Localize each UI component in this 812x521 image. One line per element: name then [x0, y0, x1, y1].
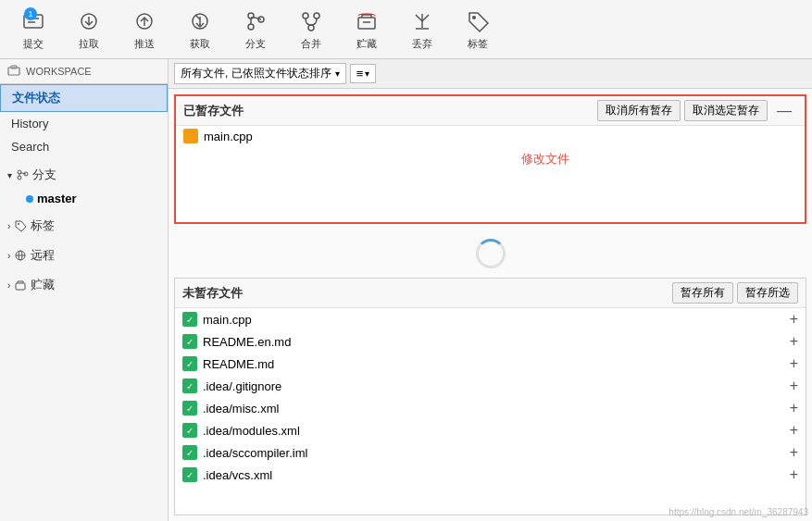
staged-panel: 已暂存文件 取消所有暂存 取消选定暂存 — main.cpp 修改文件 — [174, 94, 806, 224]
unstaged-file-row-left: ✓ .idea/.gitignore — [182, 378, 281, 393]
add-file-button[interactable]: + — [790, 400, 798, 416]
pull-icon — [76, 8, 102, 34]
merge-icon — [298, 8, 324, 34]
stash-icon — [354, 8, 380, 34]
add-file-button[interactable]: + — [790, 378, 798, 394]
unstaged-file-row[interactable]: ✓ .idea/misc.xml + — [175, 397, 806, 419]
stash-button[interactable]: 贮藏 — [341, 6, 393, 54]
filter-bar: 所有文件, 已依照文件状态排序 ▾ ≡ ▾ — [169, 59, 812, 89]
push-label: 推送 — [134, 37, 155, 51]
push-icon — [131, 8, 157, 34]
add-file-button[interactable]: + — [790, 422, 798, 439]
tag-icon — [465, 8, 491, 34]
push-button[interactable]: 推送 — [119, 6, 170, 54]
add-file-button[interactable]: + — [790, 311, 798, 328]
staged-panel-actions: 取消所有暂存 取消选定暂存 — — [597, 100, 797, 121]
tags-sidebar-icon — [14, 219, 27, 232]
history-label: History — [11, 117, 48, 130]
file-green-icon: ✓ — [182, 401, 197, 416]
main-area: WORKSPACE 文件状态 History Search ▾ 分支 — [0, 59, 812, 521]
chevron-down-icon: ▾ — [7, 170, 12, 180]
unstaged-file-row[interactable]: ✓ .idea/modules.xml + — [175, 419, 806, 441]
unstaged-file-name: .idea/misc.xml — [203, 402, 279, 416]
sidebar-group-remote-header[interactable]: › 远程 — [0, 242, 168, 268]
merge-button[interactable]: 合并 — [285, 6, 337, 54]
file-green-icon: ✓ — [182, 334, 197, 349]
unstaged-file-row[interactable]: ✓ main.cpp + — [175, 308, 806, 330]
unstaged-file-row-left: ✓ .idea/modules.xml — [182, 423, 300, 438]
unstaged-file-row-left: ✓ README.md — [182, 356, 274, 371]
unstaged-file-row[interactable]: ✓ .idea/vcs.xml + — [175, 464, 806, 486]
sidebar-group-branch-header[interactable]: ▾ 分支 — [0, 162, 168, 188]
stash-sidebar-icon — [14, 279, 27, 292]
chevron-down-icon: ▾ — [335, 68, 340, 79]
pull-button[interactable]: 拉取 — [63, 6, 115, 54]
unstaged-file-row[interactable]: ✓ .idea/sccompiler.iml + — [175, 441, 806, 464]
unstaged-file-row-left: ✓ .idea/sccompiler.iml — [182, 445, 307, 460]
panels-wrapper: 已暂存文件 取消所有暂存 取消选定暂存 — main.cpp 修改文件 — [169, 89, 812, 521]
remote-group-label: 远程 — [31, 247, 55, 264]
sidebar-item-file-status[interactable]: 文件状态 — [0, 84, 168, 112]
add-file-button[interactable]: + — [790, 444, 798, 461]
branch-icon — [243, 8, 269, 34]
stash-group-label: 贮藏 — [31, 277, 55, 293]
sidebar-group-tags: › 标签 — [0, 213, 168, 239]
branch-master-label: master — [37, 192, 77, 205]
sidebar-branch-master[interactable]: master — [0, 188, 168, 209]
filter-select[interactable]: 所有文件, 已依照文件状态排序 ▾ — [174, 63, 346, 84]
toolbar: 1 提交 拉取 推送 获取 — [0, 0, 812, 59]
file-green-icon: ✓ — [182, 445, 197, 460]
modify-label: 修改文件 — [521, 151, 569, 167]
staged-file-item-0[interactable]: main.cpp — [176, 126, 805, 146]
workspace-icon — [7, 65, 20, 78]
sidebar-item-history[interactable]: History — [0, 112, 168, 135]
workspace-header: WORKSPACE — [0, 59, 168, 84]
workspace-label: WORKSPACE — [26, 66, 92, 77]
discard-button[interactable]: 丢弃 — [396, 6, 448, 54]
commit-label: 提交 — [23, 37, 44, 51]
sidebar-item-search[interactable]: Search — [0, 135, 168, 158]
cancel-all-staged-button[interactable]: 取消所有暂存 — [597, 100, 681, 121]
list-icon: ≡ — [356, 67, 364, 81]
sidebar-group-tags-header[interactable]: › 标签 — [0, 213, 168, 239]
cancel-selected-staged-button[interactable]: 取消选定暂存 — [684, 100, 768, 121]
file-green-icon: ✓ — [182, 378, 197, 393]
file-green-icon: ✓ — [182, 423, 197, 438]
commit-button[interactable]: 1 提交 — [7, 6, 59, 54]
branch-button[interactable]: 分支 — [230, 6, 281, 54]
branch-group-label: 分支 — [32, 167, 56, 183]
file-status-label: 文件状态 — [12, 91, 60, 105]
unstaged-file-row[interactable]: ✓ .idea/.gitignore + — [175, 375, 806, 397]
unstaged-file-name: .idea/modules.xml — [203, 424, 300, 438]
sidebar: WORKSPACE 文件状态 History Search ▾ 分支 — [0, 59, 169, 521]
svg-point-13 — [303, 13, 308, 19]
sidebar-group-stash-header[interactable]: › 贮藏 — [0, 272, 168, 298]
fetch-label: 获取 — [190, 37, 210, 51]
tag-button[interactable]: 标签 — [452, 6, 504, 54]
unstaged-file-row[interactable]: ✓ README.md + — [175, 353, 806, 375]
sidebar-group-branch: ▾ 分支 master — [0, 162, 168, 209]
chevron-right-icon2: › — [7, 251, 10, 261]
file-modified-icon — [183, 129, 198, 143]
fetch-button[interactable]: 获取 — [174, 6, 226, 54]
svg-rect-31 — [16, 283, 25, 290]
merge-label: 合并 — [301, 37, 321, 51]
view-options-button[interactable]: ≡ ▾ — [350, 64, 377, 83]
svg-point-24 — [18, 176, 21, 180]
add-file-button[interactable]: + — [790, 355, 798, 372]
loading-spinner-wrapper — [169, 229, 812, 278]
filter-label: 所有文件, 已依照文件状态排序 — [181, 66, 331, 81]
unstaged-file-row[interactable]: ✓ README.en.md + — [175, 330, 806, 353]
pull-label: 拉取 — [79, 37, 99, 51]
stash-all-button[interactable]: 暂存所有 — [672, 282, 733, 304]
tags-group-label: 标签 — [31, 217, 55, 234]
unstaged-file-name: main.cpp — [203, 313, 252, 327]
stash-selected-button[interactable]: 暂存所选 — [737, 282, 798, 304]
content-area: 所有文件, 已依照文件状态排序 ▾ ≡ ▾ 已暂存文件 取消所有暂存 取消选定暂… — [169, 59, 812, 521]
staged-panel-collapse-button[interactable]: — — [771, 100, 797, 121]
unstaged-file-name: .idea/.gitignore — [203, 379, 281, 393]
unstaged-file-row-left: ✓ .idea/vcs.xml — [182, 467, 272, 482]
add-file-button[interactable]: + — [790, 333, 798, 350]
add-file-button[interactable]: + — [790, 466, 798, 483]
staged-panel-header: 已暂存文件 取消所有暂存 取消选定暂存 — — [176, 96, 805, 126]
